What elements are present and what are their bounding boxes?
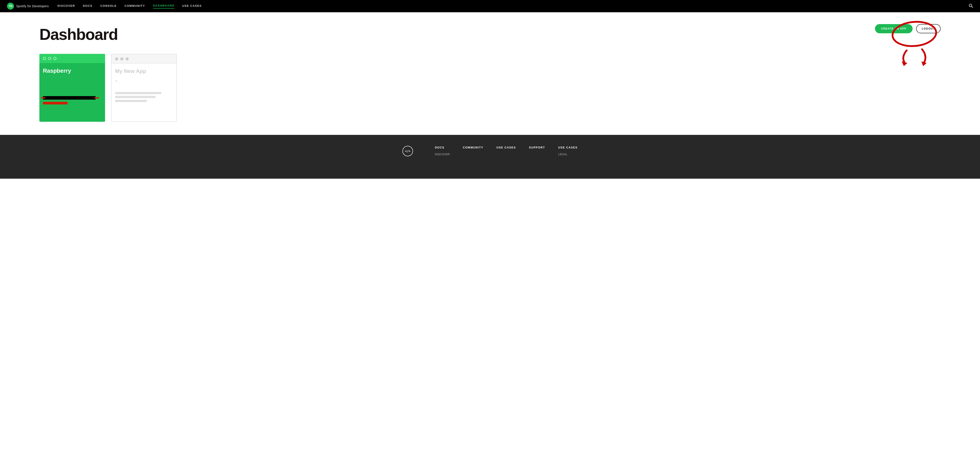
nav-link-use-cases[interactable]: USE CASES <box>182 4 202 8</box>
footer-col-docs-title: DOCS <box>435 146 450 149</box>
main-content: Dashboard Raspberry <box>0 12 980 135</box>
card-new-app[interactable]: My New App >_ <box>111 54 177 122</box>
terminal-icon: >_ <box>115 79 173 83</box>
footer-logo-area: </> <box>402 146 413 156</box>
footer-col-use-cases-2: USE CASES LEGAL <box>558 146 578 156</box>
footer-code-icon: </> <box>402 146 413 156</box>
navbar: Spotify for Developers DISCOVER DOCS CON… <box>0 0 980 12</box>
nav-link-discover[interactable]: DISCOVER <box>57 4 75 8</box>
page-wrapper: Spotify for Developers DISCOVER DOCS CON… <box>0 0 980 179</box>
logo-text: Spotify for Developers <box>16 5 49 8</box>
footer-col-use-cases: USE CASES <box>496 146 516 156</box>
cards-row: Raspberry <box>40 54 940 122</box>
card-raspberry-header <box>40 54 105 63</box>
placeholder-line-2 <box>115 96 156 98</box>
new-app-name: My New App <box>115 68 173 74</box>
svg-point-0 <box>7 3 14 10</box>
footer-link-legal[interactable]: LEGAL <box>558 153 578 156</box>
window-dot-2 <box>48 57 51 60</box>
search-button[interactable] <box>969 3 973 9</box>
footer: </> DOCS DISCOVER COMMUNITY USE CASES SU… <box>0 135 980 179</box>
action-area: CREATE AN APP LOGOUT <box>875 24 940 33</box>
new-app-dot-3 <box>126 57 129 60</box>
search-icon <box>969 3 973 8</box>
footer-col-support: SUPPORT <box>529 146 545 156</box>
card-raspberry[interactable]: Raspberry <box>40 54 105 122</box>
footer-col-use-cases-title: USE CASES <box>496 146 516 149</box>
footer-col-docs: DOCS DISCOVER <box>435 146 450 156</box>
redacted-text-2 <box>43 102 68 104</box>
spotify-logo-icon <box>7 3 14 10</box>
nav-link-console[interactable]: CONSOLE <box>100 4 117 8</box>
footer-col-support-title: SUPPORT <box>529 146 545 149</box>
nav-links: DISCOVER DOCS CONSOLE COMMUNITY DASHBOAR… <box>57 4 202 8</box>
logo-area: Spotify for Developers <box>7 3 49 10</box>
new-app-dot-2 <box>120 57 123 60</box>
footer-link-discover[interactable]: DISCOVER <box>435 153 450 156</box>
nav-link-dashboard[interactable]: DASHBOARD <box>153 4 174 8</box>
raspberry-app-name: Raspberry <box>43 67 102 74</box>
footer-col-community-title: COMMUNITY <box>463 146 484 149</box>
navbar-right <box>969 3 973 9</box>
card-new-app-body: My New App >_ <box>111 64 177 108</box>
new-app-dot-1 <box>115 57 118 60</box>
nav-link-docs[interactable]: DOCS <box>83 4 92 8</box>
footer-content: </> DOCS DISCOVER COMMUNITY USE CASES SU… <box>40 146 940 156</box>
navbar-left: Spotify for Developers DISCOVER DOCS CON… <box>7 3 202 10</box>
nav-link-community[interactable]: COMMUNITY <box>124 4 145 8</box>
window-dot-3 <box>53 57 56 60</box>
footer-col-use-cases-2-title: USE CASES <box>558 146 578 149</box>
logout-button[interactable]: LOGOUT <box>916 24 940 33</box>
svg-line-2 <box>972 6 973 8</box>
placeholder-line-3 <box>115 100 147 102</box>
window-dot-1 <box>43 57 46 60</box>
footer-col-community: COMMUNITY <box>463 146 484 156</box>
create-app-button[interactable]: CREATE AN APP <box>875 24 913 33</box>
card-raspberry-body: Raspberry <box>40 63 105 109</box>
page-title: Dashboard <box>40 25 940 43</box>
placeholder-line-1 <box>115 92 161 94</box>
card-new-app-header <box>111 54 177 64</box>
redacted-text-1 <box>43 96 95 100</box>
